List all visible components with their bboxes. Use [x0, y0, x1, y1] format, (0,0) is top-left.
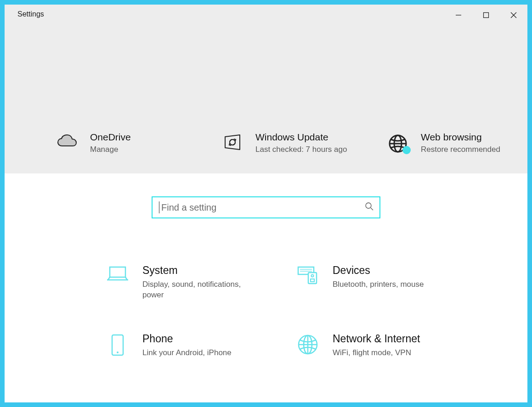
update-icon — [221, 131, 244, 151]
category-devices[interactable]: Devices Bluetooth, printers, mouse — [296, 264, 468, 301]
category-subtitle: Link your Android, iPhone — [142, 347, 232, 358]
status-tile-onedrive[interactable]: OneDrive Manage — [55, 131, 193, 155]
text-caret — [159, 201, 159, 213]
window-title: Settings — [17, 5, 44, 18]
status-title: Web browsing — [421, 131, 524, 143]
category-phone[interactable]: Phone Link your Android, iPhone — [106, 333, 277, 358]
search-wrap — [5, 173, 527, 237]
svg-rect-1 — [484, 13, 489, 18]
category-system[interactable]: System Display, sound, notifications, po… — [106, 264, 277, 301]
svg-point-7 — [366, 203, 371, 208]
cloud-icon — [55, 131, 79, 149]
search-input[interactable] — [160, 202, 365, 213]
category-subtitle: Display, sound, notifications, power — [142, 279, 262, 301]
minimize-icon — [455, 12, 462, 18]
categories-grid: System Display, sound, notifications, po… — [5, 237, 527, 358]
settings-window: Settings — [5, 5, 527, 402]
maximize-icon — [483, 12, 489, 18]
status-title: OneDrive — [90, 131, 193, 143]
category-title: System — [142, 264, 262, 277]
globe-icon — [386, 131, 410, 154]
status-subtitle: Manage — [90, 144, 193, 155]
devices-icon — [296, 264, 320, 285]
status-row: OneDrive Manage — [5, 26, 527, 155]
search-icon — [365, 202, 374, 213]
status-subtitle: Last checked: 7 hours ago — [255, 144, 358, 155]
maximize-button[interactable] — [472, 5, 500, 26]
category-subtitle: Bluetooth, printers, mouse — [333, 279, 424, 290]
laptop-icon — [106, 264, 130, 283]
titlebar: Settings — [5, 5, 527, 26]
category-title: Network & Internet — [333, 333, 420, 346]
svg-rect-9 — [110, 267, 125, 277]
category-title: Phone — [142, 333, 232, 346]
svg-line-8 — [371, 208, 373, 210]
svg-point-17 — [117, 351, 119, 353]
minimize-button[interactable] — [445, 5, 472, 26]
window-controls — [445, 5, 527, 26]
header-area: OneDrive Manage — [5, 26, 527, 173]
window-frame: Settings — [0, 0, 532, 407]
category-title: Devices — [333, 264, 424, 277]
phone-icon — [106, 333, 130, 357]
close-button[interactable] — [500, 5, 527, 26]
network-icon — [296, 333, 320, 356]
status-tile-web-browsing[interactable]: Web browsing Restore recommended — [386, 131, 524, 155]
close-icon — [510, 12, 517, 18]
attention-badge-icon — [402, 146, 411, 154]
status-title: Windows Update — [255, 131, 358, 143]
category-subtitle: WiFi, flight mode, VPN — [333, 347, 420, 358]
status-tile-windows-update[interactable]: Windows Update Last checked: 7 hours ago — [221, 131, 358, 155]
category-network[interactable]: Network & Internet WiFi, flight mode, VP… — [296, 333, 468, 358]
search-box[interactable] — [152, 196, 380, 218]
status-subtitle: Restore recommended — [421, 144, 524, 155]
